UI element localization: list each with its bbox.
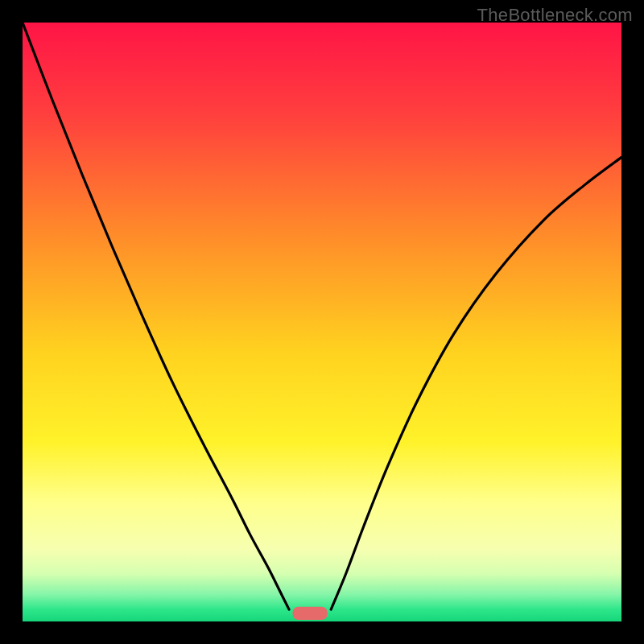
bottleneck-marker bbox=[293, 607, 328, 620]
plot-area bbox=[23, 23, 621, 621]
gradient-background bbox=[23, 23, 621, 621]
chart-frame: TheBottleneck.com bbox=[0, 0, 644, 644]
watermark-text: TheBottleneck.com bbox=[477, 5, 633, 26]
chart-svg bbox=[23, 23, 621, 621]
